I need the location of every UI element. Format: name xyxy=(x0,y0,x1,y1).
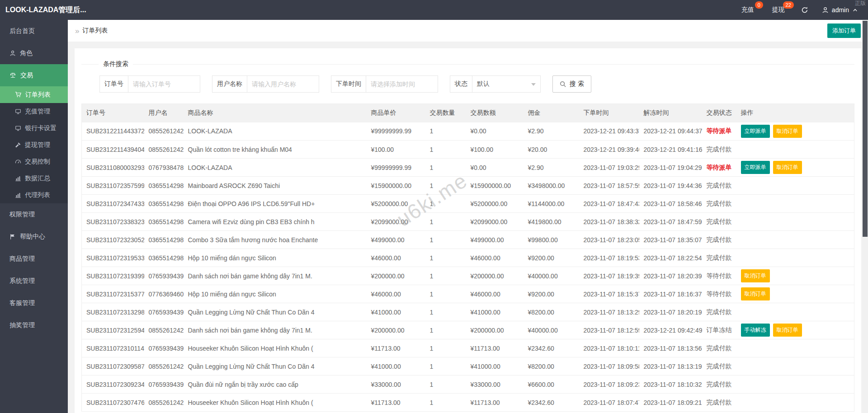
sidebar-item-4[interactable]: 充值管理 xyxy=(0,103,68,120)
amount-cell: ¥100.00 xyxy=(466,141,524,159)
app-title: LOOK-LAZADA管理后... xyxy=(0,5,86,15)
amount-cell: ¥11713.00 xyxy=(466,394,524,412)
amount-cell: ¥41000.00 xyxy=(466,357,524,375)
order-no-cell: SUB231107230923497 xyxy=(82,375,144,394)
table-row: SUB2311072315377540776369460Hộp 10 miếng… xyxy=(82,285,854,303)
sidebar-item-11[interactable]: 帮助中心 xyxy=(0,225,68,248)
commission-cell: ¥3498000.00 xyxy=(524,177,579,195)
table-row: SUB2311072313298740765939439Quần Legging… xyxy=(82,303,854,321)
unfreeze-time-cell: 2023-12-21 09:44:37 xyxy=(639,122,702,141)
sidebar-item-8[interactable]: 数据汇总 xyxy=(0,170,68,187)
sidebar-item-9[interactable]: 代理列表 xyxy=(0,187,68,203)
amount-cell: ¥200000.00 xyxy=(466,321,524,339)
actions-cell xyxy=(736,141,854,159)
notification-badge: 22 xyxy=(783,1,794,9)
product-cell: Camera wifi Ezviz dùng pin CB3 EB3 chính… xyxy=(184,213,367,231)
vertical-scrollbar[interactable] xyxy=(862,20,868,413)
cancel-order-button[interactable]: 取消订单 xyxy=(773,125,802,138)
search-button[interactable]: 搜 索 xyxy=(552,75,591,93)
sidebar-item-label: 充值管理 xyxy=(25,108,50,116)
dispatch-order-button[interactable]: 手动解冻 xyxy=(741,324,770,337)
price-cell: ¥46000.00 xyxy=(367,249,425,267)
dispatch-order-button[interactable]: 立即派单 xyxy=(741,125,770,138)
table-header-cell: 商品单价 xyxy=(367,104,425,122)
price-cell: ¥41000.00 xyxy=(367,303,425,321)
header-nav-item-0[interactable]: 充值0 xyxy=(732,0,763,20)
chart-icon xyxy=(15,175,21,182)
sidebar-item-3[interactable]: 订单列表 xyxy=(0,86,68,103)
user-cell: 0365514298 xyxy=(144,231,184,249)
amount-cell: ¥11713.00 xyxy=(466,339,524,357)
header-nav-item-1[interactable]: 提现22 xyxy=(763,0,794,20)
user-cell: 0365514298 xyxy=(144,177,184,195)
cancel-order-button[interactable]: 取消订单 xyxy=(773,324,802,337)
amount-cell: ¥46000.00 xyxy=(466,285,524,303)
product-cell: Houseeker Khuôn Silicon Hoạt Hình Khuôn … xyxy=(184,339,367,357)
qty-cell: 1 xyxy=(425,249,466,267)
actions-cell xyxy=(736,375,854,394)
commission-cell: ¥6600.00 xyxy=(524,375,579,394)
amount-cell: ¥499000.00 xyxy=(466,231,524,249)
sidebar-item-5[interactable]: 银行卡设置 xyxy=(0,120,68,136)
product-cell: LOOK-LAZADA xyxy=(184,122,367,141)
scrollbar-thumb[interactable] xyxy=(863,21,868,237)
cancel-order-button[interactable]: 取消订单 xyxy=(741,287,770,300)
status-cell: 完成付款 xyxy=(702,339,736,357)
price-cell: ¥99999999.99 xyxy=(367,122,425,141)
order-time-cell: 2023-11-07 18:12:59 xyxy=(579,321,639,339)
product-cell: Điện thoại OPPO A96 IPS LCD6.59"Full HD+ xyxy=(184,195,367,213)
commission-cell: ¥40000.00 xyxy=(524,267,579,285)
cancel-order-button[interactable]: 取消订单 xyxy=(741,269,770,282)
price-cell: ¥41000.00 xyxy=(367,357,425,375)
status-cell: 完成付款 xyxy=(702,249,736,267)
amount-cell: ¥46000.00 xyxy=(466,249,524,267)
unfreeze-time-cell: 2023-11-07 18:20:39 xyxy=(639,267,702,285)
sidebar-item-13[interactable]: 系统管理 xyxy=(0,270,68,292)
table-row: SUB2311080003293660767938478LOOK-LAZADA¥… xyxy=(82,159,854,177)
sidebar-item-12[interactable]: 商品管理 xyxy=(0,248,68,270)
commission-cell: ¥2.90 xyxy=(524,122,579,141)
table-header-cell: 解冻时间 xyxy=(639,104,702,122)
sidebar-item-label: 角色 xyxy=(20,49,33,57)
actions-cell: 取消订单 xyxy=(736,285,854,303)
sidebar-item-15[interactable]: 抽奖管理 xyxy=(0,314,68,336)
unfreeze-time-cell: 2023-11-07 18:47:59 xyxy=(639,213,702,231)
user-cell: 0855261242 xyxy=(144,394,184,412)
user-cell: 0365514298 xyxy=(144,195,184,213)
monitor-icon xyxy=(15,108,21,115)
cancel-order-button[interactable]: 取消订单 xyxy=(773,161,802,174)
search-button-label: 搜 索 xyxy=(570,80,584,88)
sidebar-item-0[interactable]: 后台首页 xyxy=(0,20,68,42)
order-no-cell: SUB231107230958700 xyxy=(82,357,144,375)
search-field-label: 下单时间 xyxy=(331,76,366,92)
dispatch-order-button[interactable]: 立即派单 xyxy=(741,161,770,174)
order-no-cell: SUB231221143940413 xyxy=(82,141,144,159)
commission-cell: ¥2.90 xyxy=(524,159,579,177)
sidebar-item-2[interactable]: 交易 xyxy=(0,64,68,86)
search-field-input-2[interactable] xyxy=(366,76,438,92)
status-selected-value: 默认 xyxy=(477,80,490,88)
sidebar-item-14[interactable]: 客服管理 xyxy=(0,292,68,314)
refresh-button[interactable] xyxy=(794,0,816,20)
sidebar-item-1[interactable]: 角色 xyxy=(0,42,68,64)
search-field-input-1[interactable] xyxy=(247,76,319,92)
sidebar-item-6[interactable]: 提现管理 xyxy=(0,136,68,153)
add-order-button[interactable]: 添加订单 xyxy=(827,23,861,38)
price-cell: ¥33000.00 xyxy=(367,375,425,394)
unfreeze-time-cell: 2023-11-07 18:58:46 xyxy=(639,195,702,213)
amount-cell: ¥33000.00 xyxy=(466,375,524,394)
status-select[interactable]: 默认 xyxy=(472,76,540,92)
sidebar-item-7[interactable]: 交易控制 xyxy=(0,153,68,170)
order-time-cell: 2023-12-21 09:43:37 xyxy=(579,122,639,141)
actions-cell xyxy=(736,394,854,412)
price-cell: ¥99999999.99 xyxy=(367,159,425,177)
flag-icon xyxy=(9,234,16,240)
price-cell: ¥200000.00 xyxy=(367,321,425,339)
sidebar-item-10[interactable]: 权限管理 xyxy=(0,203,68,225)
search-field-input-0[interactable] xyxy=(128,76,200,92)
order-time-cell: 2023-11-07 19:03:29 xyxy=(579,159,639,177)
order-no-cell: SUB231107231939973 xyxy=(82,267,144,285)
breadcrumb-bar: » 订单列表 添加订单 xyxy=(68,20,868,42)
product-cell: LOOK-LAZADA xyxy=(184,159,367,177)
order-no-cell: SUB231107232305210 xyxy=(82,231,144,249)
